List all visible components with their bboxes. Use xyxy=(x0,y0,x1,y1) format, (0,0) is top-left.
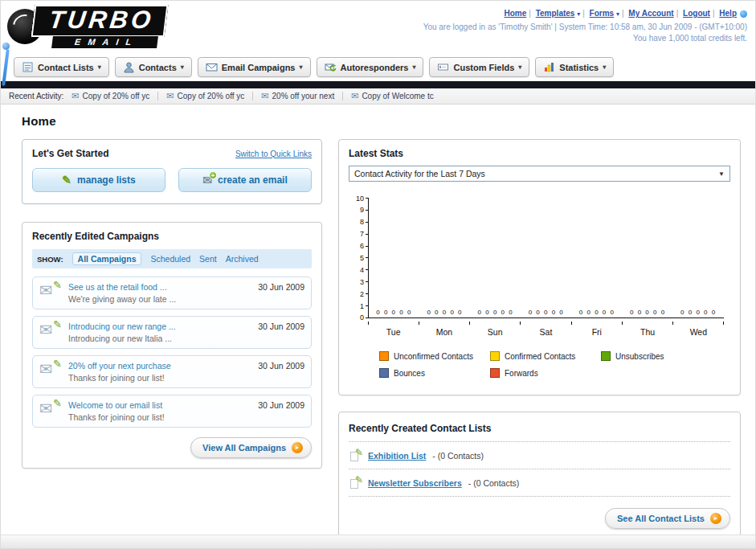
y-axis: 10 9 8 7 6 5 4 3 2 1 0 xyxy=(352,195,368,322)
envelope-plus-icon: ✉ + xyxy=(202,174,212,186)
envelope-pencil-icon: ✉ ✎ xyxy=(39,400,62,422)
tab-autoresponders[interactable]: Autoresponders ▾ xyxy=(317,57,424,77)
link-separator: | xyxy=(529,9,531,18)
campaign-row[interactable]: ✉ ✎ Introducing our new range ... Introd… xyxy=(32,316,312,349)
view-all-campaigns-button[interactable]: View All Campaigns ► xyxy=(190,437,312,458)
x-axis-tick xyxy=(368,322,419,325)
legend-item: Unconfirmed Contacts xyxy=(379,351,490,361)
tab-contact-lists[interactable]: Contact Lists ▾ xyxy=(14,57,109,77)
recent-activity-item[interactable]: ✉ Copy of 20% off yc xyxy=(72,92,158,100)
manage-lists-button[interactable]: ✎ manage lists xyxy=(32,168,166,192)
see-all-contact-lists-button[interactable]: See All Contact Lists ► xyxy=(605,508,730,529)
filter-all-campaigns[interactable]: All Campaigns xyxy=(72,252,142,265)
plus-icon: + xyxy=(209,171,217,179)
contact-list-count: - (0 Contacts) xyxy=(432,451,484,461)
campaign-subtitle: Introducing our new Italia ... xyxy=(68,334,248,343)
contact-lists-panel-title: Recently Created Contact Lists xyxy=(349,423,491,434)
contact-list-item[interactable]: ✎ Newsletter Subscribers - (0 Contacts) xyxy=(349,469,730,497)
legend-label: Bounces xyxy=(394,369,425,378)
switch-quick-links-link[interactable]: Switch to Quick Links xyxy=(235,150,312,158)
page-title: Home xyxy=(22,114,741,128)
contact-list-item[interactable]: ✎ Exhibition List - (0 Contacts) xyxy=(349,442,730,469)
campaign-title-link[interactable]: Welcome to our email list xyxy=(68,400,248,410)
x-tick-label: Tue xyxy=(368,327,419,337)
bar-group-values: 0 0 0 0 0 xyxy=(369,309,419,316)
chevron-down-icon: ▾ xyxy=(98,64,101,71)
bar-chart-icon xyxy=(543,61,555,73)
top-link-help[interactable]: Help xyxy=(719,9,737,18)
bar-group-values: 0 0 0 0 0 xyxy=(572,309,623,316)
create-email-button[interactable]: ✉ + create an email xyxy=(178,168,312,192)
campaign-row[interactable]: ✉ ✎ 20% off your next purchase Thanks fo… xyxy=(32,355,312,388)
envelope-icon: ✉ xyxy=(39,360,53,378)
legend-label: Unconfirmed Contacts xyxy=(394,352,473,361)
legend-swatch-unsubscribes xyxy=(601,351,611,361)
link-separator: | xyxy=(676,9,679,18)
tab-statistics[interactable]: Statistics ▾ xyxy=(535,57,614,77)
recent-activity-text: 20% off your next xyxy=(272,92,335,100)
bar-value-labels: 0 0 0 0 0 0 0 0 0 0 0 0 0 0 0 0 0 0 0 0 … xyxy=(369,309,724,316)
campaign-title-link[interactable]: 20% off your next purchase xyxy=(68,361,248,371)
campaign-title-link[interactable]: Introducing our new range ... xyxy=(68,322,248,331)
top-link-logout[interactable]: Logout xyxy=(683,9,710,18)
y-tick-label: 8 xyxy=(360,218,364,226)
right-column: Latest Stats Contact Activity for the La… xyxy=(338,139,741,541)
recent-activity-item[interactable]: ✉ Copy of 20% off yc xyxy=(166,92,253,100)
recent-activity-item[interactable]: ✉ Copy of Welcome tc xyxy=(351,92,442,100)
view-all-campaigns-label: View All Campaigns xyxy=(202,443,286,453)
envelope-icon: ✉ xyxy=(261,92,268,100)
recent-activity-item[interactable]: ✉ 20% off your next xyxy=(261,92,343,100)
top-link-my-account[interactable]: My Account xyxy=(628,9,673,18)
stats-period-select[interactable]: Contact Activity for the Last 7 Days ▼ xyxy=(349,166,730,182)
campaign-title-link[interactable]: See us at the retail food ... xyxy=(68,282,248,292)
top-link-templates[interactable]: Templates xyxy=(536,9,575,18)
contact-list-link[interactable]: Exhibition List xyxy=(368,451,426,461)
page-pencil-icon: ✎ xyxy=(350,477,362,489)
create-email-label: create an email xyxy=(218,174,288,186)
campaign-row[interactable]: ✉ ✎ See us at the retail food ... We're … xyxy=(32,277,312,309)
contact-list-link[interactable]: Newsletter Subscribers xyxy=(368,478,462,488)
stats-chart: 10 9 8 7 6 5 4 3 2 1 0 xyxy=(352,198,724,385)
chevron-down-icon: ▾ xyxy=(181,64,184,71)
x-axis-tick xyxy=(673,322,724,325)
pencil-icon: ✎ xyxy=(53,319,62,330)
top-link-home[interactable]: Home xyxy=(505,9,527,18)
pencil-icon: ✎ xyxy=(53,398,62,408)
bar-group-values: 0 0 0 0 0 xyxy=(673,309,724,316)
header: TURBO EMAIL Home| Templates ▾| Forms ▾| … xyxy=(1,1,755,52)
tab-email-campaigns[interactable]: Email Campaigns ▾ xyxy=(198,57,311,77)
bar-group-values: 0 0 0 0 0 xyxy=(470,309,521,316)
help-icon[interactable] xyxy=(740,10,747,18)
y-tick-label: 6 xyxy=(360,242,364,250)
x-axis-tick xyxy=(623,322,673,325)
page-pencil-icon: ✎ xyxy=(350,449,362,461)
top-link-forms[interactable]: Forms xyxy=(590,9,615,18)
y-tick-label: 2 xyxy=(360,290,364,298)
tab-contacts[interactable]: Contacts ▾ xyxy=(115,57,192,77)
app-logo[interactable]: TURBO EMAIL xyxy=(6,5,231,51)
campaign-row[interactable]: ✉ ✎ Welcome to our email list Thanks for… xyxy=(32,395,312,428)
contact-list-count: - (0 Contacts) xyxy=(468,478,520,488)
recent-activity-text: Copy of 20% off yc xyxy=(83,92,150,100)
y-tick-label: 5 xyxy=(360,254,364,262)
bar-group-values: 0 0 0 0 0 xyxy=(521,309,571,316)
recent-contact-lists-panel: Recently Created Contact Lists ✎ Exhibit… xyxy=(338,412,741,541)
envelope-pencil-icon: ✉ ✎ xyxy=(39,322,62,343)
tab-custom-fields[interactable]: Custom Fields ▾ xyxy=(429,57,529,77)
filter-scheduled[interactable]: Scheduled xyxy=(150,254,190,264)
chevron-down-icon: ▾ xyxy=(577,10,580,18)
x-tick-label: Fri xyxy=(571,327,622,337)
x-tick-label: Sat xyxy=(521,327,571,337)
campaign-date: 30 Jun 2009 xyxy=(255,400,304,422)
filter-archived[interactable]: Archived xyxy=(226,254,259,264)
tab-label: Contact Lists xyxy=(38,63,94,72)
login-info: You are logged in as 'Timothy Smith' | S… xyxy=(423,22,747,33)
arrow-right-icon: ► xyxy=(292,442,303,453)
legend-label: Unsubscribes xyxy=(615,352,664,361)
tab-label: Custom Fields xyxy=(453,63,514,72)
filter-sent[interactable]: Sent xyxy=(199,254,217,264)
campaign-text: Welcome to our email list Thanks for joi… xyxy=(68,400,248,422)
y-tick-label: 0 xyxy=(360,313,364,322)
tab-label: Autoresponders xyxy=(341,63,409,72)
envelope-icon xyxy=(206,61,218,73)
